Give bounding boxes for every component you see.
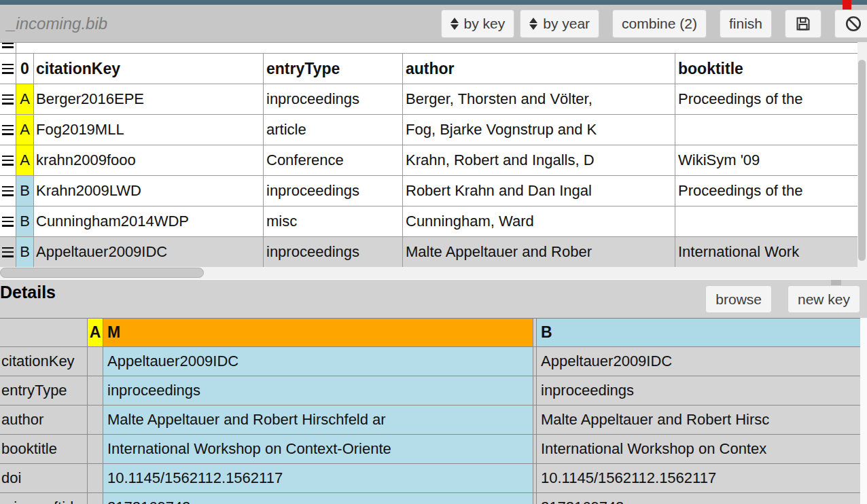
entrytype-cell[interactable]: inproceedings [264,84,403,114]
horizontal-scrollbar-thumb[interactable] [0,268,204,278]
details-column-m[interactable]: M [103,319,533,346]
drag-handle-icon [2,64,14,74]
citationkey-cell[interactable]: Fog2019MLL [34,115,264,145]
a-value-cell[interactable] [88,406,103,434]
author-cell[interactable]: Cunningham, Ward [403,206,675,236]
vertical-scrollbar-thumb[interactable] [858,60,866,261]
b-value-cell[interactable]: Malte Appeltauer and Robert Hirsc [536,406,860,434]
new-key-button[interactable]: new key [788,285,860,313]
discard-button[interactable] [834,10,867,38]
author-cell[interactable]: Krahn, Robert and Ingalls, D [403,145,675,175]
table-row[interactable]: A Fog2019MLL article Fog, Bjarke Vognstr… [0,115,857,145]
sort-by-key-button[interactable]: by key [441,10,515,38]
table-row[interactable]: B Cunningham2014WDP misc Cunningham, War… [0,206,857,237]
booktitle-cell[interactable]: Proceedings of the [675,176,857,206]
finish-label: finish [729,16,762,32]
save-button[interactable] [785,10,821,38]
drag-handle[interactable] [0,145,16,175]
entrytype-cell[interactable]: article [264,115,403,145]
drag-handle[interactable] [0,84,16,114]
booktitle-cell[interactable]: International Work [675,237,857,267]
b-value-cell[interactable]: inproceedings [536,376,860,405]
drag-handle[interactable] [0,237,16,267]
details-table: A M B citationKey Appeltauer2009IDC Appe… [0,318,860,504]
unsaved-indicator [843,0,851,10]
floppy-icon [795,16,811,32]
finish-button[interactable]: finish [720,10,772,38]
author-cell[interactable]: Fog, Bjarke Vognstrup and K [403,115,675,145]
citationkey-cell[interactable]: Krahn2009LWD [34,176,264,206]
merged-value-cell[interactable]: 2172169742 [103,493,533,504]
sort-by-year-button[interactable]: by year [520,10,599,38]
vertical-scrollbar[interactable] [857,42,867,279]
a-value-cell[interactable] [88,464,103,492]
citationkey-cell[interactable]: Cunningham2014WDP [34,206,264,236]
merged-value-cell[interactable]: International Workshop on Context-Orient… [103,435,533,463]
table-row[interactable]: A krahn2009fooo Conference Krahn, Robert… [0,145,857,176]
details-right-strip [860,318,867,504]
drag-handle-icon [2,156,14,166]
details-row-partial: microsoftid 2172169742 2172169742 [0,493,860,504]
booktitle-cell[interactable]: Proceedings of the [675,84,857,114]
source-badge: A [16,145,34,175]
booktitle-cell[interactable] [675,206,857,236]
a-value-cell[interactable] [88,376,103,405]
details-row: doi 10.1145/1562112.1562117 10.1145/1562… [0,464,860,493]
drag-handle[interactable] [0,115,16,145]
entrytype-cell[interactable]: inproceedings [264,237,403,267]
booktitle-cell[interactable]: WikiSym '09 [675,145,857,175]
bib-merge-app: _incoming.bib by key by year combine (2)… [0,0,867,504]
entrytype-cell[interactable]: Conference [264,145,403,175]
source-badge: B [16,237,34,267]
sort-by-key-label: by key [464,16,506,32]
b-value-cell[interactable]: 2172169742 [536,493,860,504]
entrytype-cell[interactable]: inproceedings [264,176,403,206]
author-cell[interactable]: Robert Krahn and Dan Ingal [403,176,675,206]
booktitle-cell[interactable] [675,115,857,145]
merged-value-cell[interactable]: Malte Appeltauer and Robert Hirschfeld a… [103,406,533,434]
drag-handle[interactable] [0,54,16,84]
drag-handle[interactable] [0,206,16,236]
table-row[interactable]: B Krahn2009LWD inproceedings Robert Krah… [0,176,857,206]
drag-handle-icon [2,125,14,135]
details-row: entryType inproceedings inproceedings [0,376,860,406]
table-row-partial [0,43,857,54]
details-row: booktitle International Workshop on Cont… [0,435,860,464]
drag-handle-icon [2,186,14,196]
table-row[interactable]: A Berger2016EPE inproceedings Berger, Th… [0,84,857,115]
drag-handle[interactable] [0,43,16,53]
citationkey-cell[interactable]: krahn2009fooo [34,145,264,175]
browse-button[interactable]: browse [705,285,772,313]
drag-handle[interactable] [0,176,16,206]
field-label: entryType [0,376,88,405]
author-cell[interactable]: Berger, Thorsten and Völter, [403,84,675,114]
a-value-cell[interactable] [88,435,103,463]
b-value-cell[interactable]: Appeltauer2009IDC [536,347,860,376]
a-value-cell[interactable] [88,493,103,504]
author-cell[interactable]: Malte Appeltauer and Rober [403,237,675,267]
entrytype-cell[interactable]: misc [264,206,403,236]
source-badge: B [16,206,34,236]
column-header-index: 0 [16,54,34,84]
citationkey-cell[interactable]: Appeltauer2009IDC [34,237,264,267]
sort-icon [450,18,459,30]
column-header-entrytype: entryType [264,54,403,84]
merged-value-cell[interactable]: inproceedings [103,376,533,405]
a-value-cell[interactable] [88,347,103,376]
column-header-citationkey: citationKey [34,54,264,84]
details-column-b[interactable]: B [536,319,860,346]
b-value-cell[interactable]: International Workshop on Contex [536,435,860,463]
details-column-a[interactable]: A [88,319,103,346]
window-top-strip [0,0,867,5]
merged-value-cell[interactable]: 10.1145/1562112.1562117 [103,464,533,492]
combine-button[interactable]: combine (2) [612,10,707,38]
table-row-selected[interactable]: B Appeltauer2009IDC inproceedings Malte … [0,237,857,268]
column-header-booktitle: booktitle [675,54,857,84]
source-badge: A [16,115,34,145]
no-entry-icon [845,15,862,33]
b-value-cell[interactable]: 10.1145/1562112.1562117 [536,464,860,492]
merged-value-cell[interactable]: Appeltauer2009IDC [103,347,533,376]
horizontal-scrollbar[interactable] [0,267,857,279]
sort-icon [529,18,537,30]
citationkey-cell[interactable]: Berger2016EPE [34,84,264,114]
